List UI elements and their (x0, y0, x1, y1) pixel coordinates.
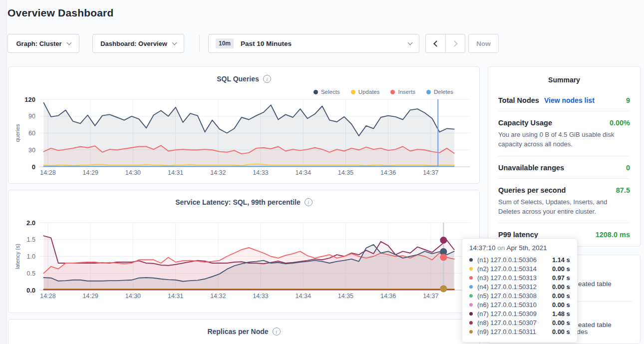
chevron-down-icon (66, 40, 71, 45)
event-fragment[interactable]: eated table (578, 321, 612, 329)
summary-panel: Summary Total Nodes View nodes list 9 Ca… (488, 66, 641, 247)
svg-text:14:36: 14:36 (380, 293, 396, 300)
graph-dropdown[interactable]: Graph: Cluster (7, 34, 79, 53)
deletes-dot-icon (426, 90, 431, 94)
queries-per-second-row: Queries per second 87.5 Sum of Selects, … (498, 179, 630, 224)
tooltip-date: Apr 5th, 2021 (506, 244, 547, 252)
tooltip-value: 0.00 s (552, 265, 570, 273)
tooltip-node: (n6) 127.0.0.1:50310 (477, 301, 552, 309)
svg-text:0.0: 0.0 (26, 287, 35, 294)
inserts-dot-icon (390, 90, 395, 94)
legend-item-selects: Selects (314, 89, 340, 95)
overview-dashboard-page: Overview Dashboard Graph: Cluster Dashbo… (0, 0, 644, 344)
tooltip-value: 0.00 s (552, 292, 570, 300)
svg-text:14:37: 14:37 (423, 169, 438, 176)
tooltip-value: 0.00 s (552, 319, 570, 327)
svg-text:latency (s): latency (s) (14, 244, 20, 269)
tooltip-node: (n1) 127.0.0.1:50306 (477, 256, 552, 264)
svg-text:0.5: 0.5 (27, 270, 35, 277)
node-color-dot (469, 294, 473, 298)
svg-text:14:29: 14:29 (83, 169, 98, 176)
svg-text:2.0: 2.0 (26, 219, 35, 227)
now-button[interactable]: Now (468, 34, 499, 53)
tooltip-node: (n3) 127.0.0.1:50313 (477, 274, 552, 282)
node-color-dot (469, 285, 473, 289)
legend-item-deletes: Deletes (426, 89, 453, 95)
chevron-right-icon (451, 40, 458, 47)
sql-queries-chart[interactable]: 030609012014:2814:2914:3014:3114:3214:33… (8, 96, 480, 181)
tooltip-time: 14:37:10 (469, 244, 496, 252)
total-nodes-row: Total Nodes View nodes list 9 (498, 89, 630, 111)
tooltip-value: 0.97 s (552, 274, 570, 282)
node-color-dot (469, 321, 473, 325)
node-color-dot (469, 303, 473, 307)
dashboard-dropdown-label: Dashboard: Overview (100, 40, 167, 47)
legend-label: Selects (321, 89, 340, 95)
svg-text:1.5: 1.5 (27, 236, 35, 243)
chevron-left-icon (433, 40, 440, 47)
svg-text:14:29: 14:29 (83, 293, 98, 300)
unavailable-ranges-value: 0 (626, 164, 630, 172)
legend-item-updates: Updates (351, 89, 380, 95)
svg-text:14:34: 14:34 (296, 293, 311, 300)
svg-text:14:28: 14:28 (40, 169, 55, 176)
tooltip-node: (n5) 127.0.0.1:50308 (477, 292, 552, 300)
unavailable-ranges-label: Unavailable ranges (498, 164, 564, 172)
view-nodes-link[interactable]: View nodes list (544, 96, 595, 104)
tooltip-row: (n6) 127.0.0.1:503100.00 s (469, 300, 570, 309)
info-icon[interactable]: i (305, 198, 313, 206)
left-edge-strip (0, 0, 7, 344)
svg-text:14:32: 14:32 (210, 169, 226, 176)
tooltip-row: (n8) 127.0.0.1:503070.00 s (469, 318, 570, 327)
event-divider (577, 301, 632, 302)
svg-text:14:34: 14:34 (296, 169, 311, 176)
summary-title: Summary (488, 76, 640, 84)
svg-text:queries: queries (14, 124, 20, 142)
tooltip-value: 0.00 s (552, 301, 570, 309)
event-fragment[interactable]: eated table (578, 280, 612, 288)
queries-per-second-label: Queries per second (498, 186, 566, 194)
legend-item-inserts: Inserts (390, 89, 415, 95)
tooltip-row: (n9) 127.0.0.1:503110.00 s (469, 327, 570, 336)
info-icon[interactable]: i (273, 328, 281, 336)
tooltip-value: 1.14 s (552, 256, 570, 264)
time-range-label: Past 10 Minutes (241, 40, 408, 47)
tooltip-row: (n5) 127.0.0.1:503080.00 s (469, 291, 570, 300)
tooltip-row: (n1) 127.0.0.1:503061.14 s (469, 255, 570, 264)
svg-text:14:37: 14:37 (423, 293, 438, 300)
tooltip-row: (n3) 127.0.0.1:503130.97 s (469, 273, 570, 282)
toolbar-divider (199, 35, 200, 52)
next-time-button[interactable] (445, 34, 465, 52)
tooltip-node: (n7) 127.0.0.1:50309 (477, 310, 552, 318)
node-color-dot (469, 330, 473, 334)
svg-text:90: 90 (28, 113, 35, 120)
node-color-dot (469, 258, 473, 262)
svg-text:14:30: 14:30 (125, 293, 141, 300)
svg-text:14:30: 14:30 (125, 169, 141, 176)
total-nodes-value: 9 (626, 96, 630, 104)
svg-text:120: 120 (24, 96, 35, 103)
time-range-badge: 10m (216, 38, 234, 48)
p99-latency-label: P99 latency (498, 231, 538, 239)
svg-text:60: 60 (28, 130, 35, 137)
chart-title: SQL Queries (217, 75, 259, 83)
capacity-usage-desc: You are using 0 B of 4.5 GiB usable disk… (498, 130, 630, 149)
dashboard-dropdown[interactable]: Dashboard: Overview (92, 34, 184, 53)
time-range-dropdown[interactable]: 10m Past 10 Minutes (208, 34, 419, 53)
tooltip-value: 0.00 s (552, 328, 570, 336)
queries-per-second-value: 87.5 (616, 186, 630, 194)
capacity-usage-row: Capacity Usage 0.00% You are using 0 B o… (498, 111, 630, 156)
tooltip-timestamp: 14:37:10 on Apr 5th, 2021 (469, 244, 570, 252)
svg-text:14:28: 14:28 (40, 293, 55, 300)
chevron-down-icon (172, 40, 177, 45)
capacity-usage-value: 0.00% (610, 119, 630, 127)
p99-latency-value: 1208.0 ms (596, 231, 630, 239)
svg-text:14:31: 14:31 (168, 293, 183, 300)
node-color-dot (469, 312, 473, 316)
info-icon[interactable]: i (263, 75, 271, 83)
replicas-per-node-panel: Replicas per Node i (8, 319, 480, 344)
svg-text:0: 0 (32, 163, 35, 171)
prev-time-button[interactable] (426, 34, 445, 52)
chart-tooltip: 14:37:10 on Apr 5th, 2021 (n1) 127.0.0.1… (462, 238, 578, 343)
service-latency-chart[interactable]: 0.00.51.01.52.014:2814:2914:3014:3114:32… (8, 219, 480, 304)
